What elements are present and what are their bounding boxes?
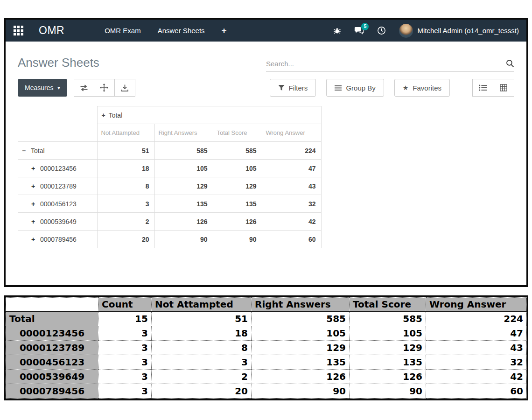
- list-view-button[interactable]: [472, 79, 493, 97]
- search-facets: Filters Group By ★ Favorites: [270, 79, 514, 97]
- export-table: Count Not Attampted Right Answers Total …: [6, 297, 527, 399]
- download-icon: [121, 84, 129, 92]
- debug-bug-icon[interactable]: [333, 27, 341, 35]
- pivot-row-label: 0000123456: [40, 165, 77, 172]
- pivot-value-cell[interactable]: 51: [97, 142, 154, 160]
- export-value-cell: 32: [426, 355, 527, 370]
- main-menu: OMR Exam Answer Sheets +: [105, 26, 227, 36]
- pivot-row: +0000456123313513532: [18, 195, 321, 213]
- expand-row-icon[interactable]: +: [31, 165, 36, 172]
- navbar: OMR OMR Exam Answer Sheets + 5: [6, 20, 526, 42]
- pivot-value-cell[interactable]: 20: [97, 231, 154, 248]
- export-value-cell: 90: [252, 384, 350, 399]
- pivot-colgroup-row: +Total: [18, 106, 321, 124]
- expand-row-icon[interactable]: +: [31, 200, 36, 208]
- pivot-value-cell[interactable]: 2: [97, 213, 154, 231]
- pivot-measure-header[interactable]: Right Answers: [154, 124, 213, 142]
- pivot-value-cell[interactable]: 8: [97, 177, 154, 195]
- flip-axis-button[interactable]: [74, 79, 94, 97]
- download-xlsx-button[interactable]: [115, 79, 135, 97]
- expand-row-icon[interactable]: +: [31, 218, 36, 225]
- pivot-measure-header[interactable]: Not Attampted: [97, 124, 154, 142]
- pivot-row-header[interactable]: +0000539649: [18, 213, 97, 231]
- expand-all-button[interactable]: [94, 79, 115, 97]
- pivot-value-cell[interactable]: 105: [154, 160, 213, 177]
- pivot-row-header[interactable]: +0000123789: [18, 177, 97, 195]
- chevron-down-icon: ▾: [57, 85, 60, 91]
- export-row-label: 0000539649: [6, 370, 98, 384]
- menu-plus-icon[interactable]: +: [222, 26, 227, 36]
- measures-label: Measures: [25, 84, 53, 91]
- pivot-row-header[interactable]: +0000789456: [18, 231, 97, 248]
- export-row-label: 0000123789: [6, 341, 98, 355]
- pivot-value-cell[interactable]: 129: [213, 177, 262, 195]
- pivot-measure-header[interactable]: Wrong Answer: [262, 124, 321, 142]
- activity-clock-icon[interactable]: [377, 26, 386, 35]
- pivot-value-cell[interactable]: 135: [213, 195, 262, 213]
- pivot-value-cell[interactable]: 585: [213, 142, 262, 160]
- pivot-measure-header[interactable]: Total Score: [213, 124, 262, 142]
- pivot-value-cell[interactable]: 90: [154, 231, 213, 248]
- pivot-table: +Total Not Attampted Right Answers Total…: [18, 106, 322, 248]
- pivot-value-cell[interactable]: 90: [213, 231, 262, 248]
- export-value-cell: 585: [350, 312, 426, 326]
- pivot-row-label: 0000123789: [40, 182, 77, 190]
- expand-row-icon[interactable]: +: [31, 236, 36, 243]
- search-input[interactable]: [266, 60, 506, 68]
- pivot-value-cell[interactable]: 224: [262, 142, 321, 160]
- grid-icon: [13, 25, 24, 36]
- app-brand[interactable]: OMR: [39, 24, 64, 37]
- filters-button[interactable]: Filters: [270, 79, 316, 97]
- apps-menu-icon[interactable]: [13, 25, 24, 36]
- pivot-value-cell[interactable]: 105: [213, 160, 262, 177]
- favorites-button[interactable]: ★ Favorites: [394, 79, 450, 97]
- export-value-cell: 126: [350, 370, 426, 384]
- page-title: Answer Sheets: [18, 56, 99, 70]
- export-row-label: 0000456123: [6, 355, 98, 370]
- pivot-value-cell[interactable]: 43: [262, 177, 321, 195]
- user-menu[interactable]: Mitchell Admin (o14_omr_tessst): [399, 24, 519, 38]
- pivot-value-cell[interactable]: 60: [262, 231, 321, 248]
- pivot-row-label: 0000456123: [40, 200, 77, 208]
- menu-omr-exam[interactable]: OMR Exam: [105, 27, 141, 35]
- export-row-label: Total: [6, 312, 98, 326]
- pivot-value-cell[interactable]: 126: [213, 213, 262, 231]
- pivot-row-header[interactable]: +0000123456: [18, 160, 97, 177]
- pivot-value-cell[interactable]: 42: [262, 213, 321, 231]
- search-icon[interactable]: [506, 59, 514, 68]
- expand-column-icon[interactable]: +: [102, 112, 105, 119]
- export-value-cell: 3: [152, 355, 252, 370]
- expand-row-icon[interactable]: +: [31, 182, 36, 190]
- group-by-label: Group By: [346, 84, 375, 92]
- pivot-value-cell[interactable]: 126: [154, 213, 213, 231]
- pivot-value-cell[interactable]: 18: [97, 160, 154, 177]
- pivot-row-header[interactable]: −Total: [18, 142, 97, 160]
- pivot-value-cell[interactable]: 3: [97, 195, 154, 213]
- export-value-cell: 3: [98, 341, 152, 355]
- group-by-button[interactable]: Group By: [326, 79, 384, 97]
- collapse-row-icon[interactable]: −: [22, 147, 27, 154]
- pivot-row: +00001234561810510547: [18, 160, 321, 177]
- navbar-systray: 5 Mitchell Admin (o14_omr_tessst): [333, 24, 519, 38]
- menu-answer-sheets[interactable]: Answer Sheets: [158, 27, 205, 35]
- swap-arrows-icon: [79, 84, 89, 91]
- export-header-row: Count Not Attampted Right Answers Total …: [6, 298, 527, 312]
- pivot-value-cell[interactable]: 32: [262, 195, 321, 213]
- export-column-header: Count: [98, 298, 152, 312]
- pivot-value-cell[interactable]: 47: [262, 160, 321, 177]
- control-panel-buttons: Measures ▾: [6, 73, 526, 104]
- measures-button[interactable]: Measures ▾: [18, 79, 67, 97]
- pivot-row-header[interactable]: +0000456123: [18, 195, 97, 213]
- export-row: 00004561233313513532: [6, 355, 527, 370]
- messages-icon[interactable]: 5: [354, 27, 364, 35]
- pivot-column-group-header[interactable]: +Total: [97, 106, 321, 124]
- pivot-view-button[interactable]: [493, 79, 514, 97]
- pivot-row: +0000539649212612642: [18, 213, 321, 231]
- pivot-value-cell[interactable]: 129: [154, 177, 213, 195]
- pivot-row: +000078945620909060: [18, 231, 321, 248]
- pivot-value-cell[interactable]: 135: [154, 195, 213, 213]
- export-table-window: Count Not Attampted Right Answers Total …: [4, 295, 528, 400]
- pivot-value-cell[interactable]: 585: [154, 142, 213, 160]
- export-row: Total1551585585224: [6, 312, 527, 326]
- export-column-header: Not Attampted: [152, 298, 252, 312]
